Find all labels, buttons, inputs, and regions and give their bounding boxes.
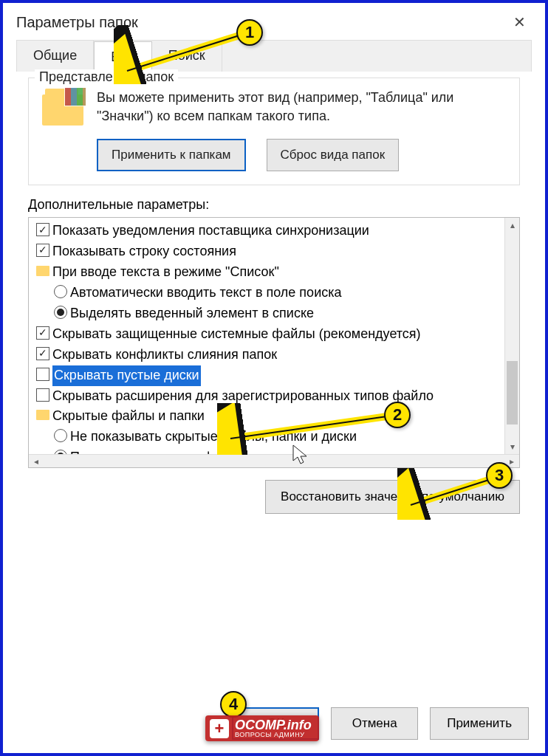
dialog-window: Параметры папок ✕ Общие Вид Поиск Предст… bbox=[0, 0, 548, 756]
radio-icon[interactable] bbox=[54, 429, 67, 442]
horizontal-scrollbar[interactable]: ◂ ▸ bbox=[29, 454, 519, 467]
option-status-bar[interactable]: ✓ Показывать строку состояния bbox=[32, 241, 519, 262]
folder-view-group: Представление папок Вы можете применить … bbox=[28, 78, 520, 185]
checkbox-icon[interactable] bbox=[36, 388, 49, 402]
scroll-up-icon[interactable]: ▴ bbox=[505, 218, 519, 233]
checkbox-icon[interactable]: ✓ bbox=[36, 223, 49, 236]
svg-line-1 bbox=[127, 35, 239, 71]
reset-folders-button[interactable]: Сброс вида папок bbox=[267, 139, 400, 171]
svg-line-3 bbox=[230, 416, 387, 439]
radio-icon[interactable] bbox=[54, 306, 67, 319]
watermark-sub: ВОПРОСЫ АДМИНУ bbox=[235, 732, 312, 738]
annotation-badge-4: 4 bbox=[220, 691, 247, 718]
close-icon[interactable]: ✕ bbox=[507, 10, 532, 34]
tab-general[interactable]: Общие bbox=[17, 41, 94, 72]
option-sync-notifications[interactable]: ✓ Показать уведомления поставщика синхро… bbox=[32, 221, 519, 241]
annotation-badge-1: 1 bbox=[236, 19, 263, 46]
radio-icon[interactable] bbox=[54, 285, 67, 298]
scroll-down-icon[interactable]: ▾ bbox=[505, 439, 519, 454]
option-hide-merge-conflicts[interactable]: ✓ Скрывать конфликты слияния папок bbox=[32, 345, 519, 365]
scroll-left-icon[interactable]: ◂ bbox=[29, 455, 44, 467]
option-hide-protected[interactable]: ✓ Скрывать защищенные системные файлы (р… bbox=[32, 324, 519, 345]
svg-line-5 bbox=[411, 478, 493, 505]
watermark-plus-icon: + bbox=[210, 719, 229, 738]
watermark-brand: OCOMP.info bbox=[235, 718, 312, 732]
checkbox-icon[interactable]: ✓ bbox=[36, 347, 49, 360]
title-bar: Параметры папок ✕ bbox=[3, 3, 545, 40]
checkbox-icon[interactable]: ✓ bbox=[36, 326, 49, 340]
tab-strip: Общие Вид Поиск bbox=[16, 40, 532, 72]
annotation-badge-2: 2 bbox=[384, 402, 411, 428]
folder-view-description: Вы можете применить этот вид (например, … bbox=[97, 89, 506, 126]
folder-icon bbox=[36, 266, 49, 276]
scroll-thumb[interactable] bbox=[507, 361, 518, 425]
watermark: + OCOMP.info ВОПРОСЫ АДМИНУ bbox=[205, 715, 319, 741]
folder-icon bbox=[36, 410, 49, 420]
vertical-scrollbar[interactable]: ▴ ▾ bbox=[504, 218, 519, 454]
checkbox-icon[interactable] bbox=[36, 368, 49, 381]
cancel-button[interactable]: Отмена bbox=[331, 707, 418, 740]
option-auto-search[interactable]: Автоматически вводить текст в поле поиск… bbox=[32, 283, 519, 303]
option-hide-empty-drives[interactable]: Скрывать пустые диски bbox=[32, 365, 519, 386]
apply-to-folders-button[interactable]: Применить к папкам bbox=[97, 139, 246, 171]
advanced-settings-label: Дополнительные параметры: bbox=[28, 197, 520, 213]
checkbox-icon[interactable]: ✓ bbox=[36, 244, 49, 257]
option-select-typed[interactable]: Выделять введенный элемент в списке bbox=[32, 303, 519, 324]
group-list-typing: При вводе текста в режиме "Список" bbox=[32, 262, 519, 283]
apply-button[interactable]: Применить bbox=[430, 707, 529, 740]
annotation-badge-3: 3 bbox=[486, 462, 513, 489]
annotation-arrow-2 bbox=[217, 403, 409, 455]
folder-icon bbox=[42, 89, 83, 126]
